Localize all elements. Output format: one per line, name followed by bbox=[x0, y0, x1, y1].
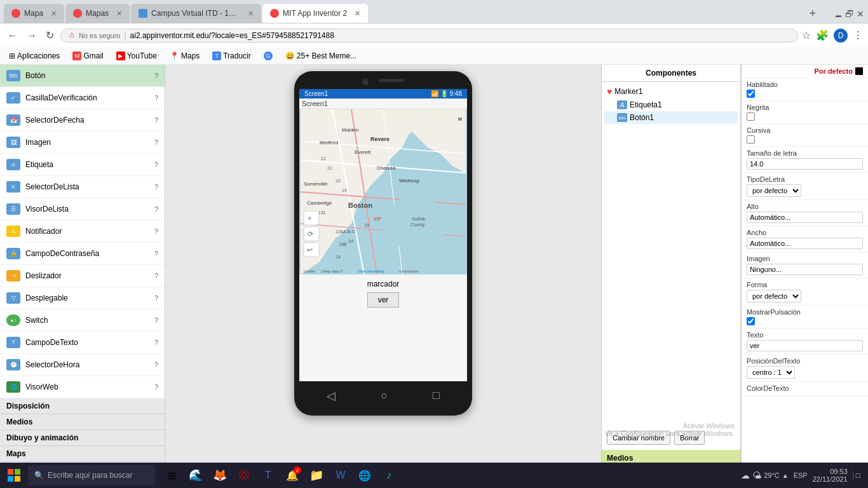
prop-tipoletra-select[interactable]: por defecto bbox=[747, 184, 801, 197]
close-button[interactable]: ✕ bbox=[857, 9, 864, 19]
delete-button[interactable]: Borrar bbox=[674, 431, 705, 445]
phone-back-button[interactable]: ◁ bbox=[327, 389, 336, 403]
prop-ancho-input[interactable] bbox=[747, 238, 863, 249]
reload-button[interactable]: ↻ bbox=[43, 28, 57, 43]
new-tab-button[interactable]: + bbox=[804, 7, 821, 20]
up-arrow-icon[interactable]: ▲ bbox=[782, 472, 789, 479]
comp-help-selectorhora[interactable]: ? bbox=[154, 361, 158, 369]
component-casilla[interactable]: ✓ CasillaDeVerificación ? bbox=[0, 87, 165, 109]
prop-forma-select[interactable]: por defecto bbox=[747, 290, 801, 302]
comp-help-boton[interactable]: ? bbox=[154, 72, 158, 79]
tab-mapas[interactable]: Mapas ✕ bbox=[65, 4, 130, 23]
weather-icon[interactable]: 🌤 bbox=[752, 470, 761, 480]
component-visorlista[interactable]: ☰ VisorDeLista ? bbox=[0, 198, 165, 220]
profile-icon[interactable]: D bbox=[834, 29, 848, 43]
color-swatch[interactable] bbox=[855, 67, 863, 75]
phone-recents-button[interactable]: □ bbox=[433, 389, 440, 403]
bookmark-google[interactable]: G bbox=[260, 50, 276, 62]
component-visorweb[interactable]: 🌐 VisorWeb ? bbox=[0, 376, 165, 398]
comp-help-campocontrasena[interactable]: ? bbox=[154, 250, 158, 257]
section-medios[interactable]: Medios bbox=[0, 414, 165, 430]
component-selectorlista[interactable]: ≡ SelectorDeLista ? bbox=[0, 176, 165, 198]
files-icon[interactable]: 📁 bbox=[305, 464, 328, 487]
tree-item-boton1[interactable]: btn Botón1 bbox=[604, 111, 738, 124]
tab-close-mapa[interactable]: ✕ bbox=[51, 10, 57, 18]
tab-close-mapas[interactable]: ✕ bbox=[116, 10, 122, 18]
restore-button[interactable]: 🗗 bbox=[845, 9, 854, 19]
chrome-taskbar-icon[interactable]: 🌐 bbox=[353, 464, 376, 487]
tab-campus[interactable]: Campus Virtual ITD - 1ero. y 2do ✕ bbox=[131, 4, 261, 23]
prop-posiciontexto-select[interactable]: centro : 1 bbox=[747, 366, 795, 379]
component-imagen[interactable]: 🖼 Imagen ? bbox=[0, 132, 165, 154]
component-desplegable[interactable]: ▽ Desplegable ? bbox=[0, 287, 165, 309]
comp-help-deslizador[interactable]: ? bbox=[154, 272, 158, 280]
taskbar-notification-icon[interactable]: 🔔 2 bbox=[281, 464, 304, 487]
opera-icon[interactable]: Ⓞ bbox=[233, 464, 255, 487]
tab-mapa[interactable]: Mapa ✕ bbox=[4, 4, 64, 23]
comp-help-visorweb[interactable]: ? bbox=[154, 383, 158, 391]
comp-help-selectorfecha[interactable]: ? bbox=[154, 116, 158, 124]
prop-mostrarpulsacion-input[interactable] bbox=[747, 317, 755, 325]
cloud-icon[interactable]: ☁ bbox=[741, 470, 750, 480]
component-campocontrasena[interactable]: 🔒 CampoDeContraseña ? bbox=[0, 243, 165, 265]
comp-help-visorlista[interactable]: ? bbox=[154, 205, 158, 213]
comp-help-imagen[interactable]: ? bbox=[154, 139, 158, 146]
prop-texto-input[interactable] bbox=[747, 340, 863, 351]
back-button[interactable]: ← bbox=[5, 29, 20, 43]
edge-icon[interactable]: 🌊 bbox=[184, 464, 207, 487]
menu-icon[interactable]: ⋮ bbox=[853, 29, 863, 41]
phone-home-button[interactable]: ○ bbox=[381, 389, 388, 403]
prop-imagen-input[interactable] bbox=[747, 264, 863, 275]
extensions-icon[interactable]: 🧩 bbox=[816, 29, 829, 41]
bookmark-maps[interactable]: 📍 Maps bbox=[166, 50, 203, 62]
tab-close-mit[interactable]: ✕ bbox=[355, 10, 360, 18]
component-notificador[interactable]: ⚠ Notificador ? bbox=[0, 220, 165, 243]
component-selectorhora[interactable]: 🕐 SelectorDeHora ? bbox=[0, 354, 165, 376]
comp-help-desplegable[interactable]: ? bbox=[154, 294, 158, 302]
taskbar-search-bar[interactable]: 🔍 Escribe aquí para buscar bbox=[28, 465, 155, 485]
prop-alto-input[interactable] bbox=[747, 212, 863, 223]
component-selectorfecha[interactable]: 📅 SelectorDeFecha ? bbox=[0, 109, 165, 132]
phone-ver-button[interactable]: ver bbox=[367, 292, 400, 308]
comp-help-casilla[interactable]: ? bbox=[154, 94, 158, 102]
component-switch[interactable]: ●○ Switch ? bbox=[0, 309, 165, 332]
prop-cursiva-input[interactable] bbox=[747, 135, 755, 144]
section-dibujo[interactable]: Dibuyo y animación bbox=[0, 430, 165, 446]
comp-help-notificador[interactable]: ? bbox=[154, 227, 158, 235]
rename-button[interactable]: Cambiar nombre bbox=[607, 431, 670, 445]
address-bar[interactable]: ⚠ No es seguro | bbox=[60, 29, 798, 43]
tree-item-etiqueta1[interactable]: A Etiqueta1 bbox=[604, 98, 738, 111]
bookmark-translate[interactable]: T Traducir bbox=[208, 50, 255, 62]
bookmark-gmail[interactable]: M Gmail bbox=[69, 50, 107, 62]
forward-button[interactable]: → bbox=[24, 29, 39, 43]
bookmark-meme[interactable]: 😀 25+ Best Meme... bbox=[281, 50, 360, 62]
word-icon[interactable]: W bbox=[329, 464, 352, 487]
tree-item-marker1[interactable]: ♥ Marker1 bbox=[604, 85, 738, 98]
firefox-icon[interactable]: 🦊 bbox=[208, 464, 231, 487]
spotify-taskbar-icon[interactable]: ♪ bbox=[377, 464, 400, 487]
comp-help-switch[interactable]: ? bbox=[154, 316, 158, 324]
taskbar-clock[interactable]: 09:53 22/11/2021 bbox=[813, 468, 848, 483]
component-boton[interactable]: btn Botón ? bbox=[0, 65, 165, 87]
component-etiqueta[interactable]: A Etiqueta ? bbox=[0, 154, 165, 176]
section-maps[interactable]: Maps bbox=[0, 446, 165, 462]
url-input[interactable] bbox=[130, 31, 790, 40]
prop-negrita-input[interactable] bbox=[747, 112, 755, 121]
prop-habilitado-input[interactable] bbox=[747, 90, 755, 98]
show-desktop-button[interactable]: □ bbox=[853, 471, 860, 480]
taskview-button[interactable]: ⊞ bbox=[160, 464, 183, 487]
bookmark-star-icon[interactable]: ☆ bbox=[802, 29, 811, 41]
component-deslizador[interactable]: ⊣ Deslizador ? bbox=[0, 265, 165, 287]
prop-tamanio-input[interactable] bbox=[747, 158, 863, 170]
bookmark-apps[interactable]: ⊞ Aplicaciones bbox=[5, 50, 64, 62]
comp-help-selectorlista[interactable]: ? bbox=[154, 183, 158, 191]
comp-help-etiqueta[interactable]: ? bbox=[154, 161, 158, 168]
teams-icon[interactable]: T bbox=[257, 464, 280, 487]
comp-help-campotexto[interactable]: ? bbox=[154, 339, 158, 346]
tab-close-campus[interactable]: ✕ bbox=[248, 10, 254, 18]
tab-mit[interactable]: MIT App Inventor 2 ✕ bbox=[262, 4, 368, 23]
section-disposicion[interactable]: Disposición bbox=[0, 398, 165, 414]
component-campotexto[interactable]: T CampoDeTexto ? bbox=[0, 332, 165, 354]
minimize-button[interactable]: 🗕 bbox=[834, 9, 843, 19]
start-button[interactable] bbox=[3, 464, 25, 487]
